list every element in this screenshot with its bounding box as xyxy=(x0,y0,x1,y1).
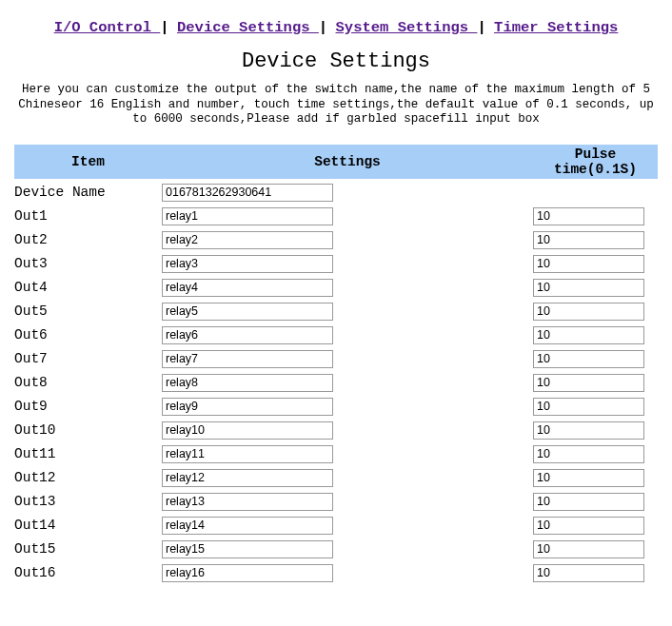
nav-link-io-control[interactable]: I/O Control xyxy=(54,19,161,36)
pulse-cell xyxy=(533,561,658,585)
table-row: Out11 xyxy=(14,442,658,466)
item-label: Out10 xyxy=(14,419,162,442)
table-row: Out3 xyxy=(14,252,658,276)
table-row: Out2 xyxy=(14,228,658,252)
relay-name-input[interactable] xyxy=(162,303,333,321)
pulse-time-input[interactable] xyxy=(533,326,644,344)
relay-name-input[interactable] xyxy=(162,231,333,249)
pulse-time-input[interactable] xyxy=(533,374,644,392)
pulse-cell xyxy=(533,205,658,228)
item-label: Out16 xyxy=(14,561,162,585)
pulse-time-input[interactable] xyxy=(533,255,644,273)
setting-cell xyxy=(162,561,533,585)
setting-cell xyxy=(162,538,533,561)
pulse-time-input[interactable] xyxy=(533,469,644,487)
pulse-cell xyxy=(533,347,658,371)
relay-name-input[interactable] xyxy=(162,540,333,558)
pulse-cell xyxy=(533,442,658,466)
table-row: Out5 xyxy=(14,300,658,323)
pulse-time-input[interactable] xyxy=(533,517,644,535)
table-row: Out7 xyxy=(14,347,658,371)
pulse-time-input[interactable] xyxy=(533,279,644,297)
setting-cell xyxy=(162,300,533,323)
table-row: Out10 xyxy=(14,419,658,442)
item-label: Out7 xyxy=(14,347,162,371)
item-label: Device Name xyxy=(14,180,162,205)
pulse-time-input[interactable] xyxy=(533,398,644,416)
nav-link-system-settings[interactable]: System Settings xyxy=(336,19,478,36)
setting-cell xyxy=(162,466,533,490)
relay-name-input[interactable] xyxy=(162,517,333,535)
pulse-cell xyxy=(533,300,658,323)
setting-cell xyxy=(162,180,533,205)
item-label: Out15 xyxy=(14,538,162,561)
setting-cell xyxy=(162,252,533,276)
table-header-row: Item Settings Pulse time(0.1S) xyxy=(14,145,658,180)
pulse-time-input[interactable] xyxy=(533,207,644,225)
setting-cell xyxy=(162,323,533,347)
nav-separator: | xyxy=(319,19,327,36)
setting-cell xyxy=(162,228,533,252)
pulse-cell xyxy=(533,323,658,347)
relay-name-input[interactable] xyxy=(162,564,333,582)
item-label: Out9 xyxy=(14,395,162,419)
pulse-cell xyxy=(533,252,658,276)
item-label: Out11 xyxy=(14,442,162,466)
pulse-cell xyxy=(533,180,658,205)
pulse-cell xyxy=(533,490,658,514)
nav-link-device-settings[interactable]: Device Settings xyxy=(177,19,319,36)
setting-cell xyxy=(162,347,533,371)
pulse-cell xyxy=(533,466,658,490)
relay-name-input[interactable] xyxy=(162,255,333,273)
pulse-time-input[interactable] xyxy=(533,540,644,558)
pulse-cell xyxy=(533,371,658,395)
item-label: Out8 xyxy=(14,371,162,395)
relay-name-input[interactable] xyxy=(162,350,333,368)
pulse-time-input[interactable] xyxy=(533,445,644,463)
pulse-time-input[interactable] xyxy=(533,303,644,321)
relay-name-input[interactable] xyxy=(162,279,333,297)
pulse-time-input[interactable] xyxy=(533,421,644,440)
setting-cell xyxy=(162,419,533,442)
setting-cell xyxy=(162,395,533,419)
pulse-time-input[interactable] xyxy=(533,564,644,582)
table-row: Out12 xyxy=(14,466,658,490)
table-row-device-name: Device Name xyxy=(14,180,658,205)
pulse-cell xyxy=(533,514,658,538)
nav-link-timer-settings[interactable]: Timer Settings xyxy=(494,19,618,36)
nav-bar: I/O Control | Device Settings | System S… xyxy=(14,19,658,36)
device-name-input[interactable] xyxy=(162,184,333,202)
relay-name-input[interactable] xyxy=(162,207,333,225)
item-label: Out5 xyxy=(14,300,162,323)
pulse-time-input[interactable] xyxy=(533,350,644,368)
col-header-item: Item xyxy=(14,145,162,180)
setting-cell xyxy=(162,442,533,466)
setting-cell xyxy=(162,276,533,300)
item-label: Out14 xyxy=(14,514,162,538)
nav-separator: | xyxy=(160,19,168,36)
table-row: Out15 xyxy=(14,538,658,561)
relay-name-input[interactable] xyxy=(162,493,333,511)
relay-name-input[interactable] xyxy=(162,398,333,416)
table-row: Out4 xyxy=(14,276,658,300)
item-label: Out1 xyxy=(14,205,162,228)
item-label: Out3 xyxy=(14,252,162,276)
col-header-pulse: Pulse time(0.1S) xyxy=(533,145,658,180)
table-row: Out8 xyxy=(14,371,658,395)
page-container: I/O Control | Device Settings | System S… xyxy=(0,0,672,597)
relay-name-input[interactable] xyxy=(162,374,333,392)
setting-cell xyxy=(162,490,533,514)
page-title: Device Settings xyxy=(14,49,658,73)
relay-name-input[interactable] xyxy=(162,326,333,344)
pulse-time-input[interactable] xyxy=(533,493,644,511)
pulse-cell xyxy=(533,538,658,561)
item-label: Out12 xyxy=(14,466,162,490)
settings-table: Item Settings Pulse time(0.1S) Device Na… xyxy=(14,145,658,585)
setting-cell xyxy=(162,514,533,538)
pulse-time-input[interactable] xyxy=(533,231,644,249)
relay-name-input[interactable] xyxy=(162,469,333,487)
relay-name-input[interactable] xyxy=(162,445,333,463)
page-description: Here you can customize the output of the… xyxy=(18,83,654,127)
pulse-cell xyxy=(533,276,658,300)
relay-name-input[interactable] xyxy=(162,421,333,440)
